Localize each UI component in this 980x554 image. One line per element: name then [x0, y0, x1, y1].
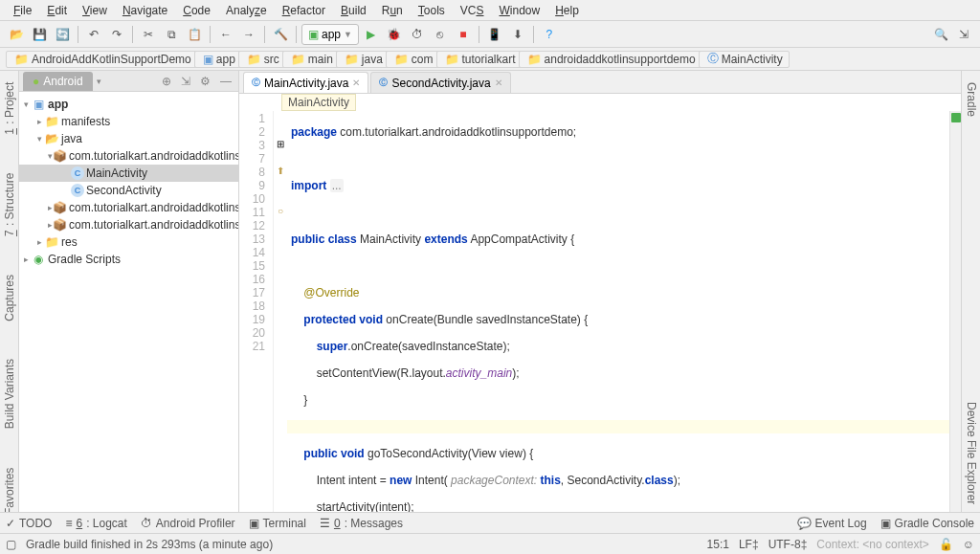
project-tree[interactable]: ▾▣app ▸📁manifests ▾📂java ▾📦com.tutorialk…	[19, 92, 238, 512]
error-stripe[interactable]	[949, 111, 961, 512]
open-icon[interactable]: 📂	[6, 24, 27, 45]
tool-tab-captures[interactable]: Captures	[1, 267, 18, 329]
tool-tab-event-log[interactable]: 💬Event Log	[797, 517, 867, 530]
override-icon[interactable]: ○	[274, 205, 287, 218]
sync-icon[interactable]: 🔄	[52, 24, 73, 45]
debug-icon[interactable]: 🐞	[384, 24, 405, 45]
close-icon[interactable]: ✕	[352, 78, 360, 88]
editor-breadcrumb[interactable]: MainActivity	[239, 94, 961, 111]
terminal-icon: ▣	[249, 517, 259, 530]
tree-node-secondactivity[interactable]: CSecondActivity	[19, 182, 238, 199]
avd-icon[interactable]: 📱	[484, 24, 505, 45]
line-separator[interactable]: LF‡	[739, 538, 759, 551]
save-icon[interactable]: 💾	[29, 24, 50, 45]
run-config-selector[interactable]: ▣ app ▼	[301, 24, 359, 45]
status-bar: ▢ Gradle build finished in 2s 293ms (a m…	[0, 533, 980, 554]
tool-tab-device-explorer[interactable]: Device File Explorer	[963, 394, 980, 512]
stop-icon[interactable]: ■	[453, 24, 474, 45]
editor-tab-mainactivity[interactable]: Ⓒ MainActivity.java ✕	[243, 72, 368, 93]
tool-tab-terminal[interactable]: ▣Terminal	[249, 517, 306, 530]
tree-node-package[interactable]: ▾📦com.tutorialkart.androidaddkotlinsuppo…	[19, 147, 238, 165]
hide-icon[interactable]: —	[217, 75, 234, 88]
gear-icon[interactable]: ⚙	[197, 75, 213, 88]
editor-area: Ⓒ MainActivity.java ✕ Ⓒ SecondActivity.j…	[239, 71, 961, 512]
editor-tabs: Ⓒ MainActivity.java ✕ Ⓒ SecondActivity.j…	[239, 71, 961, 94]
menu-run[interactable]: Run	[374, 2, 411, 19]
tool-tab-project[interactable]: 1: Project	[1, 75, 18, 143]
caret-position[interactable]: 15:1	[707, 538, 729, 551]
menu-tools[interactable]: Tools	[411, 2, 453, 19]
menu-file[interactable]: File	[6, 2, 39, 19]
copy-icon[interactable]: ⧉	[161, 24, 182, 45]
tree-node-app[interactable]: ▾▣app	[19, 96, 238, 113]
run-icon[interactable]: ▶	[361, 24, 382, 45]
menu-view[interactable]: View	[75, 2, 115, 19]
search-icon[interactable]: 🔍	[930, 24, 951, 45]
collapse-icon[interactable]: ⇲	[178, 75, 193, 88]
tool-tab-gradle[interactable]: Gradle	[963, 75, 980, 124]
crumb-main[interactable]: 📁main	[282, 51, 340, 68]
paste-icon[interactable]: 📋	[184, 24, 205, 45]
settings-icon[interactable]: ⇲	[953, 24, 974, 45]
crumb-java[interactable]: 📁java	[336, 51, 390, 68]
crumb-module[interactable]: ▣app	[194, 51, 242, 68]
close-icon[interactable]: ✕	[495, 78, 502, 88]
menu-analyze[interactable]: Analyze	[218, 2, 275, 19]
menu-code[interactable]: Code	[175, 2, 218, 19]
build-icon[interactable]: 🔨	[270, 24, 291, 45]
crumb-pkg[interactable]: 📁androidaddkotlinsupportdemo	[519, 51, 702, 68]
tree-node-package[interactable]: ▸📦com.tutorialkart.androidaddkotlinsuppo…	[19, 199, 238, 216]
project-view-label: Android	[43, 75, 82, 88]
gutter-icons: ⊞⬆○	[274, 111, 287, 512]
redo-icon[interactable]: ↷	[106, 24, 127, 45]
crumb-com[interactable]: 📁com	[386, 51, 440, 68]
tool-tab-build-variants[interactable]: Build Variants	[1, 351, 18, 436]
tree-node-mainactivity[interactable]: CMainActivity	[19, 165, 238, 182]
menu-edit[interactable]: Edit	[39, 2, 75, 19]
tree-node-res[interactable]: ▸📁res	[19, 233, 238, 251]
tree-node-gradle-scripts[interactable]: ▸◉Gradle Scripts	[19, 251, 238, 268]
attach-icon[interactable]: ⎋	[430, 24, 451, 45]
project-view-selector[interactable]: ● Android	[23, 72, 93, 91]
menu-vcs[interactable]: VCS	[453, 2, 492, 19]
tree-node-java[interactable]: ▾📂java	[19, 130, 238, 147]
code-editor[interactable]: 123789101112131415161718192021 ⊞⬆○ packa…	[239, 111, 961, 512]
menu-navigate[interactable]: Navigate	[115, 2, 175, 19]
context-indicator[interactable]: Context: <no context>	[816, 538, 928, 551]
menu-help[interactable]: Help	[547, 2, 587, 19]
override-icon[interactable]: ⬆	[274, 165, 287, 178]
menu-window[interactable]: Window	[491, 2, 547, 19]
file-encoding[interactable]: UTF-8‡	[768, 538, 808, 551]
tool-tab-todo[interactable]: ✓TODO	[6, 517, 52, 530]
tool-tab-gradle-console[interactable]: ▣Gradle Console	[880, 517, 974, 530]
read-only-toggle-icon[interactable]: 🔓	[939, 538, 953, 551]
undo-icon[interactable]: ↶	[83, 24, 104, 45]
code-content[interactable]: package com.tutorialkart.androidaddkotli…	[287, 111, 949, 512]
separator	[479, 26, 479, 43]
tree-node-manifests[interactable]: ▸📁manifests	[19, 113, 238, 130]
tool-tab-structure[interactable]: 7: Structure	[1, 166, 18, 244]
menu-refactor[interactable]: Refactor	[275, 2, 333, 19]
tool-tab-favorites[interactable]: 2: Favorites	[1, 460, 18, 512]
back-icon[interactable]: ←	[215, 24, 236, 45]
tool-tab-logcat[interactable]: ≡6: Logcat	[65, 517, 126, 530]
chevron-down-icon[interactable]: ▾	[97, 77, 101, 86]
status-message: Gradle build finished in 2s 293ms (a min…	[26, 538, 273, 551]
forward-icon[interactable]: →	[238, 24, 259, 45]
tree-node-package[interactable]: ▸📦com.tutorialkart.androidaddkotlinsuppo…	[19, 216, 238, 233]
tool-tab-messages[interactable]: ☰0: Messages	[320, 517, 403, 530]
menu-build[interactable]: Build	[333, 2, 374, 19]
crumb-project[interactable]: 📁AndroidAddKotlinSupportDemo	[6, 51, 198, 68]
tool-window-quick-access-icon[interactable]: ▢	[6, 538, 16, 551]
editor-tab-secondactivity[interactable]: Ⓒ SecondActivity.java ✕	[370, 72, 510, 93]
help-icon[interactable]: ?	[539, 24, 560, 45]
hector-icon[interactable]: ☺	[963, 538, 974, 551]
cut-icon[interactable]: ✂	[138, 24, 159, 45]
profile-icon[interactable]: ⏱	[407, 24, 428, 45]
crumb-tutorialkart[interactable]: 📁tutorialkart	[436, 51, 523, 68]
crumb-src[interactable]: 📁src	[238, 51, 286, 68]
crumb-class[interactable]: ⒸMainActivity	[699, 51, 790, 68]
sdk-icon[interactable]: ⬇	[507, 24, 528, 45]
tool-tab-profiler[interactable]: ⏱Android Profiler	[141, 517, 235, 530]
scroll-from-source-icon[interactable]: ⊕	[159, 75, 174, 88]
